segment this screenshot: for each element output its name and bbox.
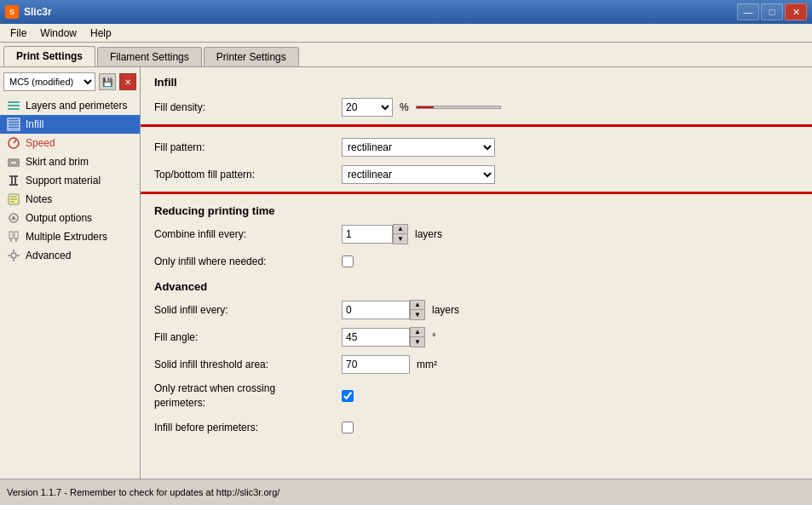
tab-printer-settings[interactable]: Printer Settings xyxy=(204,47,299,66)
sidebar-item-infill-label: Infill xyxy=(26,118,43,130)
fill-angle-spinner-btns: ▲ ▼ xyxy=(410,327,425,347)
svg-line-9 xyxy=(14,140,16,143)
fill-density-dropdown[interactable]: 20 xyxy=(342,98,393,117)
fill-pattern-label: Fill pattern: xyxy=(154,141,342,153)
tab-print-settings[interactable]: Print Settings xyxy=(3,46,95,66)
solid-infill-down-btn[interactable]: ▼ xyxy=(411,310,424,319)
only-retract-row: Only retract when crossingperimeters: xyxy=(154,382,798,410)
sidebar-item-extruders-label: Multiple Extruders xyxy=(26,231,107,243)
sidebar-item-layers[interactable]: Layers and perimeters xyxy=(0,96,140,115)
fill-pattern-control: rectilinear line concentric honeycomb xyxy=(342,138,495,157)
menu-bar: File Window Help xyxy=(0,24,812,43)
menu-file[interactable]: File xyxy=(3,26,33,41)
status-text: Version 1.1.7 - Remember to check for up… xyxy=(7,487,279,497)
maximize-button[interactable]: □ xyxy=(761,3,783,20)
title-bar: S Slic3r — □ ✕ xyxy=(0,0,812,24)
svg-rect-1 xyxy=(8,105,20,106)
fill-angle-down-btn[interactable]: ▼ xyxy=(411,337,424,347)
infill-before-checkbox[interactable] xyxy=(342,422,354,433)
infill-before-row: Infill before perimeters: xyxy=(154,417,798,438)
combine-infill-input[interactable] xyxy=(342,225,393,244)
delete-preset-button[interactable]: ✕ xyxy=(119,73,136,90)
svg-marker-21 xyxy=(11,215,16,220)
fill-angle-label: Fill angle: xyxy=(154,331,342,343)
fill-angle-row: Fill angle: ▲ ▼ ° xyxy=(154,327,798,347)
fill-angle-spinner: ▲ ▼ xyxy=(342,327,425,347)
svg-rect-22 xyxy=(9,232,13,238)
sidebar-item-advanced[interactable]: Advanced xyxy=(0,246,140,265)
sidebar-item-output[interactable]: Output options xyxy=(0,209,140,227)
sidebar-item-skirt[interactable]: Skirt and brim xyxy=(0,152,140,171)
solid-threshold-label: Solid infill threshold area: xyxy=(154,359,342,370)
fill-density-row: Fill density: 20 % xyxy=(154,97,798,118)
svg-rect-2 xyxy=(8,108,20,110)
top-bottom-pattern-row: Top/bottom fill pattern: rectilinear lin… xyxy=(154,164,798,185)
svg-rect-11 xyxy=(10,161,17,164)
tab-bar: Print Settings Filament Settings Printer… xyxy=(0,43,812,67)
sidebar-item-infill[interactable]: Infill xyxy=(0,115,140,134)
skirt-icon xyxy=(7,155,20,169)
sidebar-item-skirt-label: Skirt and brim xyxy=(26,156,89,168)
solid-infill-spinner: ▲ ▼ xyxy=(342,300,425,320)
tab-filament-settings[interactable]: Filament Settings xyxy=(97,47,202,66)
menu-help[interactable]: Help xyxy=(84,26,118,41)
only-infill-label: Only infill where needed: xyxy=(154,255,342,267)
title-bar-buttons: — □ ✕ xyxy=(737,3,807,20)
combine-infill-spinner: ▲ ▼ xyxy=(342,224,408,244)
fill-angle-up-btn[interactable]: ▲ xyxy=(411,328,424,337)
output-icon xyxy=(7,211,20,225)
fill-angle-input[interactable] xyxy=(342,328,410,347)
speed-icon xyxy=(7,136,20,150)
only-retract-control xyxy=(342,390,354,402)
fill-pattern-row: Fill pattern: rectilinear line concentri… xyxy=(154,137,798,158)
fill-density-slider[interactable] xyxy=(416,106,501,109)
sidebar: MC5 (modified) 💾 ✕ Layers and perimeters… xyxy=(0,67,141,479)
fill-density-label: Fill density: xyxy=(154,101,342,113)
combine-infill-label: Combine infill every: xyxy=(154,228,342,240)
minimize-button[interactable]: — xyxy=(737,3,759,20)
infill-icon xyxy=(7,118,20,131)
svg-rect-12 xyxy=(9,184,18,186)
save-preset-button[interactable]: 💾 xyxy=(99,73,116,90)
combine-infill-up-btn[interactable]: ▲ xyxy=(394,225,407,234)
close-button[interactable]: ✕ xyxy=(785,3,807,20)
solid-threshold-input[interactable] xyxy=(342,355,410,374)
svg-point-26 xyxy=(11,253,16,258)
menu-window[interactable]: Window xyxy=(33,26,84,41)
app-icon: S xyxy=(5,5,19,19)
only-retract-checkbox[interactable] xyxy=(342,390,354,402)
fill-pattern-dropdown[interactable]: rectilinear line concentric honeycomb xyxy=(342,138,495,157)
combine-infill-control: ▲ ▼ layers xyxy=(342,224,442,244)
sidebar-item-advanced-label: Advanced xyxy=(26,250,71,261)
sidebar-item-notes-label: Notes xyxy=(26,193,52,205)
only-infill-checkbox[interactable] xyxy=(342,255,354,267)
solid-infill-spinner-btns: ▲ ▼ xyxy=(410,300,425,320)
svg-rect-23 xyxy=(14,232,18,238)
advanced-icon xyxy=(7,249,20,262)
fill-angle-unit: ° xyxy=(432,331,436,343)
status-bar: Version 1.1.7 - Remember to check for up… xyxy=(0,479,812,504)
solid-infill-input[interactable] xyxy=(342,301,410,319)
svg-rect-13 xyxy=(11,177,13,184)
right-panel: Infill Fill density: 20 % Fill pattern: … xyxy=(141,67,812,479)
solid-infill-up-btn[interactable]: ▲ xyxy=(411,301,424,310)
sidebar-item-extruders[interactable]: Multiple Extruders xyxy=(0,227,140,246)
title-bar-left: S Slic3r xyxy=(5,5,52,19)
extruders-icon xyxy=(7,230,20,244)
sidebar-item-support-label: Support material xyxy=(26,175,101,187)
only-infill-control xyxy=(342,255,354,267)
main-content: MC5 (modified) 💾 ✕ Layers and perimeters… xyxy=(0,67,812,479)
preset-dropdown[interactable]: MC5 (modified) xyxy=(3,72,95,91)
sidebar-item-speed[interactable]: Speed xyxy=(0,134,140,152)
red-separator-top xyxy=(141,124,812,127)
solid-infill-unit: layers xyxy=(432,304,459,316)
solid-infill-control: ▲ ▼ layers xyxy=(342,300,459,320)
fill-angle-control: ▲ ▼ ° xyxy=(342,327,436,347)
infill-before-control xyxy=(342,422,354,433)
advanced-title: Advanced xyxy=(154,280,798,293)
top-bottom-pattern-dropdown[interactable]: rectilinear line concentric xyxy=(342,165,495,184)
combine-infill-down-btn[interactable]: ▼ xyxy=(394,234,407,244)
sidebar-item-support[interactable]: Support material xyxy=(0,171,140,190)
red-separator-bottom xyxy=(141,192,812,194)
sidebar-item-notes[interactable]: Notes xyxy=(0,190,140,209)
